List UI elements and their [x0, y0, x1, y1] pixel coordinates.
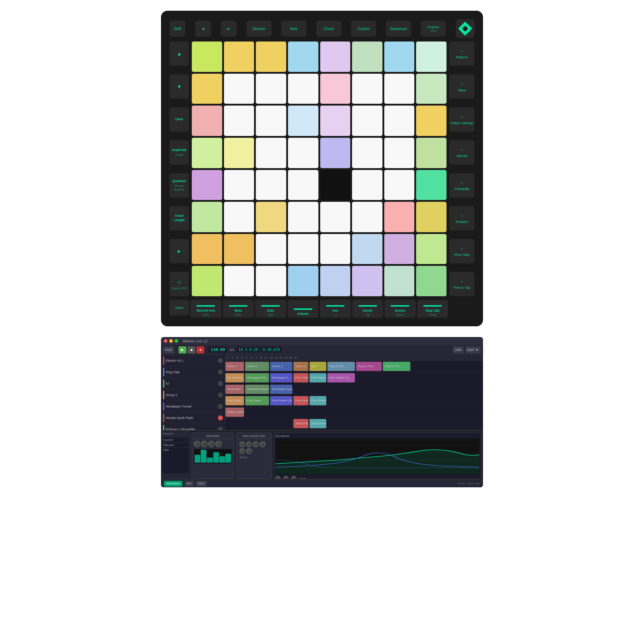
pad-7-1[interactable] [224, 266, 254, 296]
clip-block[interactable]: Scene 2 [245, 362, 269, 371]
wavetable-knob-1[interactable] [194, 441, 200, 447]
pad-6-5[interactable] [352, 234, 382, 264]
pad-3-2[interactable] [256, 138, 286, 168]
clip-block[interactable]: Scene 4 [293, 362, 308, 371]
pad-0-2[interactable] [256, 42, 286, 72]
track-row[interactable]: Group 2 [161, 389, 225, 401]
eq-knob-3[interactable] [291, 476, 296, 479]
track-row[interactable]: Wandu Synth Pads [161, 412, 225, 424]
bass-knob-4[interactable] [260, 441, 265, 447]
clip-block[interactable]: Polo Pattern (3) [270, 396, 292, 405]
pad-0-0[interactable] [192, 42, 222, 72]
pad-7-4[interactable] [320, 266, 351, 296]
stop-transport-button[interactable]: ■ [187, 346, 195, 353]
setup-button[interactable]: Setup [170, 300, 189, 316]
track-row[interactable]: Himalayan Tunnel [161, 401, 225, 412]
pad-1-7[interactable] [416, 74, 447, 104]
device-track-button[interactable]: Device Tempo [385, 300, 416, 318]
pad-0-1[interactable] [224, 42, 254, 72]
pad-2-2[interactable] [256, 106, 286, 136]
volume-track-button[interactable]: Volume [288, 300, 319, 318]
pad-6-1[interactable] [224, 234, 254, 264]
arrange-tab[interactable]: ARRANGE [164, 481, 182, 487]
play-button[interactable]: ► [170, 239, 189, 263]
wavetable-knob-2[interactable] [201, 441, 208, 447]
projects-button[interactable]: Projects Save [421, 21, 446, 36]
duplicate-button[interactable]: Duplicate Double [170, 140, 189, 165]
track-arm-button[interactable] [218, 415, 223, 420]
edit-tab[interactable]: EDIT [196, 481, 207, 487]
pad-0-6[interactable] [384, 42, 415, 72]
minimize-dot[interactable] [169, 339, 173, 343]
back-button[interactable]: ◄ [195, 21, 211, 36]
pad-5-5[interactable] [352, 202, 382, 232]
clip-block[interactable]: My Sweet A... [225, 373, 244, 382]
bass-knob-1[interactable] [239, 441, 245, 447]
pad-5-1[interactable] [224, 202, 254, 232]
pad-4-0[interactable] [192, 170, 222, 200]
track-row[interactable]: Electric Kit 1 [161, 355, 225, 366]
pad-5-2[interactable] [256, 202, 286, 232]
clip-block[interactable]: Wandu Synth... [225, 408, 244, 417]
track-row[interactable]: 8J [161, 378, 225, 389]
pan-track-button[interactable]: Pan • • [320, 300, 351, 318]
clip-block[interactable]: Plug 01 Per... [356, 362, 382, 371]
custom-button[interactable]: Custom [351, 21, 376, 36]
pad-6-6[interactable] [384, 234, 415, 264]
clip-block[interactable]: Himalayan Fus... [245, 373, 269, 382]
clip-block[interactable]: Himalayan System... [270, 385, 292, 394]
record-arm-track-button[interactable]: Record Arm Undo [190, 300, 221, 318]
pad-1-6[interactable] [384, 74, 415, 104]
pad-2-4[interactable] [320, 106, 351, 136]
pad-3-4[interactable] [320, 138, 351, 168]
clip-block[interactable]: Polo Pattern (3) [327, 373, 355, 382]
track-arm-button[interactable] [218, 404, 223, 409]
probability-button[interactable]: › Probability [449, 173, 474, 197]
edit-button[interactable]: EDIT ▼ [465, 346, 481, 353]
wavetable-knob-3[interactable] [208, 441, 215, 447]
up-arrow-button[interactable]: ▲ [170, 42, 189, 66]
stop-clip-track-button[interactable]: Stop Clip Swing [417, 300, 448, 318]
pad-0-3[interactable] [288, 42, 318, 72]
pad-3-3[interactable] [288, 138, 318, 168]
play-transport-button[interactable]: ▶ [179, 346, 186, 353]
pad-2-1[interactable] [224, 106, 254, 136]
pad-0-7[interactable] [416, 42, 447, 72]
clip-block[interactable]: Polo Pattern (3) [293, 396, 308, 405]
pad-2-5[interactable] [352, 106, 382, 136]
pad-3-6[interactable] [384, 138, 415, 168]
clip-block[interactable]: Poly Patter... [245, 396, 269, 405]
maximize-dot[interactable] [175, 339, 178, 343]
logo-button[interactable] [456, 19, 474, 38]
bass-knob-6[interactable] [246, 448, 252, 454]
pad-1-4[interactable] [320, 74, 351, 104]
pad-4-6[interactable] [384, 170, 415, 200]
pad-6-3[interactable] [288, 234, 318, 264]
clip-block[interactable]: Polo Pattern (3) [309, 396, 326, 405]
pad-5-4[interactable] [320, 202, 351, 232]
pad-7-7[interactable] [416, 266, 447, 296]
pad-6-0[interactable] [192, 234, 222, 264]
sequencer-button[interactable]: Sequencer [386, 21, 411, 36]
pad-5-6[interactable] [384, 202, 415, 232]
pad-3-5[interactable] [352, 138, 382, 168]
pad-3-1[interactable] [224, 138, 254, 168]
session-button[interactable]: Session [247, 21, 272, 36]
clip-block[interactable]: Sc5 [309, 362, 326, 371]
clip-block[interactable]: Sinaf Drift And Di... [293, 419, 308, 428]
eq-knob-1[interactable] [275, 476, 280, 479]
wavetable-knob-4[interactable] [215, 441, 222, 447]
forward-button[interactable]: ► [221, 21, 236, 36]
mix-tab[interactable]: MIX [185, 481, 194, 487]
pad-1-1[interactable] [224, 74, 254, 104]
pad-4-5[interactable] [352, 170, 382, 200]
quantise-button[interactable]: Quantise Record Quantise [170, 173, 189, 197]
pad-3-0[interactable] [192, 138, 222, 168]
pad-4-4[interactable] [320, 170, 351, 200]
shift-button[interactable]: Shift [170, 21, 185, 36]
mute-track-button[interactable]: Mute Redo [223, 300, 254, 318]
track-row[interactable]: Plug Clap [161, 366, 225, 378]
clip-block[interactable]: Sinaf Drift And Di... [309, 419, 326, 428]
pad-1-2[interactable] [256, 74, 286, 104]
pad-4-3[interactable] [288, 170, 318, 200]
